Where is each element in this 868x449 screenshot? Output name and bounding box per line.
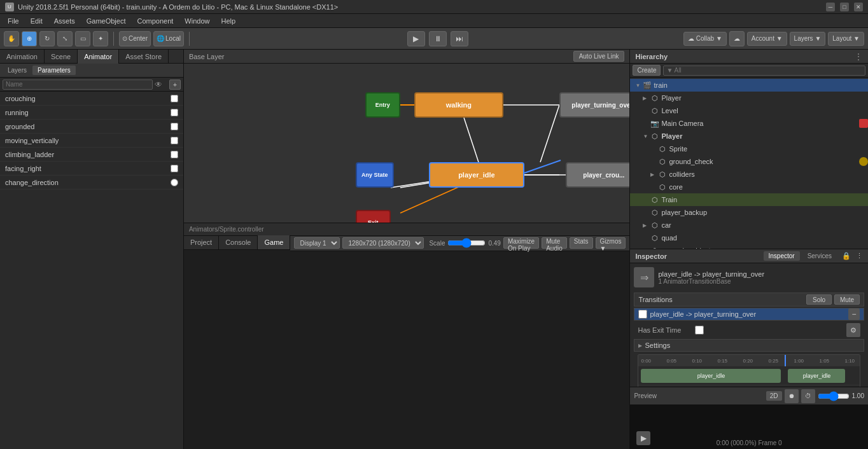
param-facing-right-checkbox[interactable] xyxy=(171,165,178,172)
settings-row[interactable]: ▶ Settings xyxy=(634,339,864,352)
animation-tab[interactable]: Animation xyxy=(0,50,45,64)
move-tool-button[interactable]: ⊕ xyxy=(22,31,37,46)
eye-icon[interactable]: 👁 xyxy=(153,79,164,90)
param-grounded[interactable]: grounded xyxy=(0,120,183,134)
menu-window[interactable]: Window xyxy=(179,16,214,26)
param-change-direction[interactable]: change_direction xyxy=(0,176,183,190)
tree-item-level[interactable]: ⬡ Level xyxy=(630,104,868,117)
tree-item-train-child[interactable]: ⬡ Train xyxy=(630,193,868,206)
preview-2d-button[interactable]: 2D xyxy=(766,391,782,401)
tree-item-core[interactable]: ⬡ core xyxy=(630,181,868,193)
menu-gameobject[interactable]: GameObject xyxy=(81,16,131,26)
param-climbing-ladder-checkbox[interactable] xyxy=(171,151,178,158)
account-button[interactable]: Account ▼ xyxy=(747,32,787,46)
animator-canvas[interactable]: Entry Any State Exit walking player_turn… xyxy=(184,64,630,223)
rect-tool-button[interactable]: ▭ xyxy=(75,31,90,46)
hand-tool-button[interactable]: ✋ xyxy=(4,31,19,46)
tree-item-player-backup[interactable]: ⬡ player_backup xyxy=(630,206,868,219)
menu-file[interactable]: File xyxy=(3,16,24,26)
inspector-menu-icon[interactable]: ⋮ xyxy=(856,252,863,260)
preview-record-button[interactable]: ⏺ xyxy=(785,389,799,403)
inspector-tab[interactable]: Inspector xyxy=(764,251,800,261)
layout-button[interactable]: Layout ▼ xyxy=(828,32,864,46)
mute-audio-button[interactable]: Mute Audio xyxy=(542,237,567,249)
settings-gear-button[interactable]: ⚙ xyxy=(846,323,860,337)
tree-item-colliders[interactable]: ▶ ⬡ colliders xyxy=(630,168,868,181)
node-walking[interactable]: walking xyxy=(414,92,503,118)
center-pivot-button[interactable]: ⊙ Center xyxy=(119,31,151,46)
tree-item-main-camera[interactable]: 📷 Main Camera xyxy=(630,117,868,130)
timeline-scrubber[interactable] xyxy=(785,355,786,366)
console-tab[interactable]: Console xyxy=(219,235,258,249)
preview-timer-button[interactable]: ⏱ xyxy=(801,389,815,403)
hierarchy-search-input[interactable] xyxy=(663,66,865,76)
maximize-on-play-button[interactable]: Maximize On Play xyxy=(503,237,539,249)
preview-speed-slider[interactable] xyxy=(818,392,850,400)
gizmos-button[interactable]: Gizmos ▼ xyxy=(596,237,626,249)
tree-item-car[interactable]: ▶ ⬡ car xyxy=(630,219,868,231)
inspector-lock-icon[interactable]: 🔒 xyxy=(842,252,851,260)
menu-edit[interactable]: Edit xyxy=(25,16,48,26)
animator-tab[interactable]: Animator xyxy=(78,50,119,64)
param-crouching[interactable]: crouching xyxy=(0,92,183,106)
mute-button[interactable]: Mute xyxy=(834,294,860,305)
node-player-crouching[interactable]: player_crou... xyxy=(566,162,630,188)
tree-item-sprite[interactable]: ⬡ Sprite xyxy=(630,142,868,155)
scale-slider[interactable] xyxy=(447,238,486,247)
auto-live-link-button[interactable]: Auto Live Link xyxy=(573,51,625,62)
collab-button[interactable]: ☁ Collab ▼ xyxy=(683,32,727,46)
resolution-select[interactable]: 1280x720 (1280x720) xyxy=(342,237,424,249)
params-search-input[interactable] xyxy=(3,79,153,90)
layers-tab[interactable]: Layers xyxy=(3,66,32,75)
tree-item-train[interactable]: ▼ 🎬 train xyxy=(630,79,868,92)
param-grounded-checkbox[interactable] xyxy=(171,123,178,130)
project-tab[interactable]: Project xyxy=(184,235,219,249)
create-button[interactable]: Create xyxy=(633,65,661,76)
node-entry[interactable]: Entry xyxy=(365,92,400,118)
tree-item-quad[interactable]: ⬡ quad xyxy=(630,231,868,244)
transition-minus-button[interactable]: − xyxy=(848,308,860,320)
param-running-checkbox[interactable] xyxy=(171,109,178,116)
menu-assets[interactable]: Assets xyxy=(49,16,80,26)
hierarchy-menu-icon[interactable]: ⋮ xyxy=(854,52,863,62)
asset-store-tab[interactable]: Asset Store xyxy=(119,50,169,64)
step-button[interactable]: ⏭ xyxy=(451,31,468,46)
node-exit[interactable]: Exit xyxy=(356,210,391,223)
minimize-button[interactable]: ─ xyxy=(826,3,835,11)
close-button[interactable]: ✕ xyxy=(854,3,863,11)
parameters-tab[interactable]: Parameters xyxy=(32,66,76,75)
node-player-idle[interactable]: player_idle xyxy=(429,162,524,188)
pause-button[interactable]: ⏸ xyxy=(429,31,447,46)
layers-button[interactable]: Layers ▼ xyxy=(790,32,826,46)
param-change-direction-trigger[interactable] xyxy=(171,179,178,186)
local-space-button[interactable]: 🌐 Local xyxy=(153,31,184,46)
transform-tool-button[interactable]: ✦ xyxy=(93,31,108,46)
param-crouching-checkbox[interactable] xyxy=(171,95,178,102)
cloud-button[interactable]: ☁ xyxy=(729,31,745,46)
tree-item-example-object[interactable]: ▶ ⬡ example_object xyxy=(630,244,868,249)
tree-item-player-1[interactable]: ▶ ⬡ Player xyxy=(630,92,868,104)
menu-component[interactable]: Component xyxy=(132,16,178,26)
services-tab[interactable]: Services xyxy=(802,251,837,261)
param-running[interactable]: running xyxy=(0,106,183,120)
scale-tool-button[interactable]: ⤡ xyxy=(57,31,73,46)
maximize-button[interactable]: □ xyxy=(840,3,849,11)
param-climbing-ladder[interactable]: climbing_ladder xyxy=(0,148,183,162)
param-moving-vertically-checkbox[interactable] xyxy=(171,137,178,144)
node-any-state[interactable]: Any State xyxy=(356,162,394,188)
preview-play-icon[interactable]: ▶ xyxy=(636,431,650,445)
menu-help[interactable]: Help xyxy=(216,16,241,26)
params-add-button[interactable]: + xyxy=(169,79,181,90)
has-exit-time-checkbox[interactable] xyxy=(695,326,704,335)
game-tab[interactable]: Game xyxy=(258,235,290,249)
transition-checkbox[interactable] xyxy=(638,310,647,319)
param-moving-vertically[interactable]: moving_vertically xyxy=(0,134,183,148)
scene-tab[interactable]: Scene xyxy=(45,50,78,64)
transition-row-player-idle[interactable]: player_idle -> player_turning_over − xyxy=(634,308,864,321)
node-player-turning-over[interactable]: player_turning_over xyxy=(559,92,630,118)
rotate-tool-button[interactable]: ↻ xyxy=(39,31,55,46)
preview-play-button[interactable]: ▶ xyxy=(636,431,650,445)
play-button[interactable]: ▶ xyxy=(407,31,425,46)
solo-button[interactable]: Solo xyxy=(806,294,832,305)
display-select[interactable]: Display 1 xyxy=(294,237,340,249)
